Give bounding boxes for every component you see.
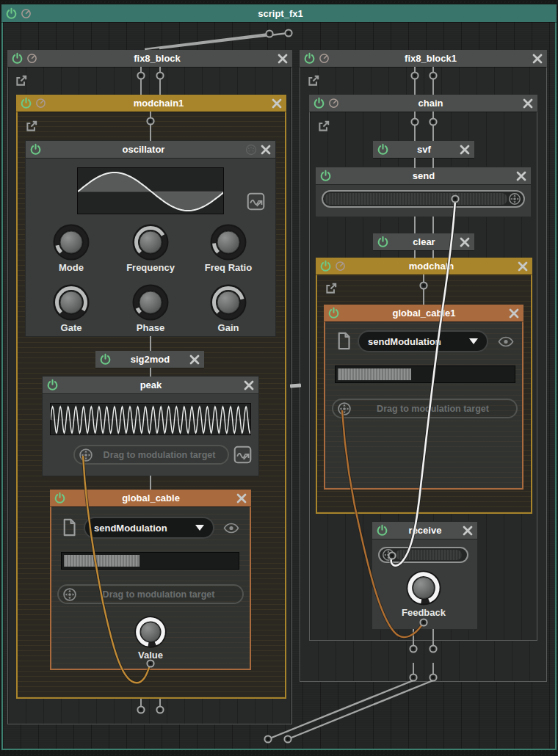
- bypass-icon[interactable]: [21, 8, 32, 19]
- close-icon[interactable]: [260, 144, 272, 156]
- knob-mode[interactable]: Mode: [38, 223, 104, 273]
- modchain-header[interactable]: modchain: [316, 258, 532, 275]
- open-in-window-icon[interactable]: [15, 74, 28, 87]
- document-icon[interactable]: [62, 518, 76, 537]
- clear-header[interactable]: clear: [373, 233, 474, 250]
- power-icon[interactable]: [11, 52, 23, 65]
- drag-modulation-source-icon[interactable]: [233, 446, 252, 464]
- knob-label: Frequency: [117, 262, 184, 273]
- peak-scope-display: [50, 403, 251, 435]
- bypass-icon[interactable]: [35, 98, 46, 109]
- global-cable1-drag-target[interactable]: Drag to modulation target: [332, 399, 518, 418]
- oscillator-header[interactable]: oscillator: [26, 141, 275, 158]
- fix8-block1-header[interactable]: fix8_block1: [300, 50, 547, 67]
- close-icon[interactable]: [532, 53, 543, 65]
- close-icon[interactable]: [515, 170, 527, 182]
- bypass-icon[interactable]: [26, 53, 37, 64]
- cable-connection-selector[interactable]: sendModulation: [358, 330, 488, 352]
- bypass-icon[interactable]: [328, 98, 339, 109]
- knob-feedback[interactable]: Feedback: [391, 570, 457, 618]
- close-icon[interactable]: [189, 354, 200, 366]
- cable-connection-selector[interactable]: sendModulation: [84, 517, 214, 539]
- knob-freq-ratio[interactable]: Freq Ratio: [195, 223, 261, 273]
- chevron-down-icon: [195, 525, 204, 531]
- eye-icon[interactable]: [498, 336, 514, 347]
- drag-modulation-source-icon[interactable]: [247, 192, 265, 211]
- sig2mod-header[interactable]: sig2mod: [95, 351, 204, 368]
- global-cable-header[interactable]: global_cable: [50, 490, 251, 506]
- canvas-handle[interactable]: [290, 383, 301, 388]
- power-icon[interactable]: [54, 492, 66, 504]
- svf-header[interactable]: svf: [373, 141, 474, 158]
- receive-slider[interactable]: [378, 547, 468, 563]
- peak-header[interactable]: peak: [43, 377, 258, 393]
- power-icon[interactable]: [377, 236, 389, 248]
- knob-label: Gate: [38, 322, 104, 333]
- node-title: sig2mod: [115, 354, 186, 365]
- close-icon[interactable]: [236, 493, 247, 504]
- node-title: modchain1: [49, 98, 268, 109]
- close-icon[interactable]: [459, 144, 471, 156]
- open-in-window-icon[interactable]: [317, 120, 330, 133]
- close-icon[interactable]: [462, 525, 474, 537]
- midi-icon[interactable]: [245, 144, 257, 156]
- knob-phase[interactable]: Phase: [117, 283, 184, 333]
- knob-frequency[interactable]: Frequency: [117, 223, 184, 273]
- knob-gate[interactable]: Gate: [38, 283, 104, 333]
- knob-label: Value: [117, 650, 184, 661]
- power-icon[interactable]: [313, 97, 325, 109]
- knob-gain[interactable]: Gain: [195, 283, 261, 333]
- send-target-icon[interactable]: [507, 192, 522, 206]
- node-title: svf: [392, 144, 456, 155]
- send-header[interactable]: send: [316, 167, 531, 184]
- close-icon[interactable]: [243, 379, 255, 391]
- power-icon[interactable]: [319, 260, 332, 272]
- page-title: script_fx1: [35, 8, 526, 19]
- close-icon[interactable]: [517, 261, 529, 272]
- receive-header[interactable]: receive: [372, 522, 477, 539]
- modulation-source-icon[interactable]: [336, 401, 352, 417]
- send-slider[interactable]: [322, 190, 525, 208]
- oscillator-waveform-display: [77, 167, 224, 214]
- modulation-source-icon[interactable]: [62, 586, 78, 603]
- close-icon[interactable]: [277, 53, 289, 65]
- power-icon[interactable]: [376, 524, 388, 537]
- chain-header[interactable]: chain: [309, 95, 537, 112]
- peak-drag-target[interactable]: Drag to modulation target: [73, 445, 229, 465]
- node-title: receive: [391, 525, 459, 536]
- close-icon[interactable]: [508, 308, 520, 319]
- document-icon[interactable]: [336, 332, 351, 350]
- fix8-block-header[interactable]: fix8_block: [7, 50, 292, 67]
- global-cable1-header[interactable]: global_cable1: [324, 305, 523, 321]
- modulation-source-icon[interactable]: [78, 447, 94, 463]
- power-icon[interactable]: [99, 353, 112, 366]
- power-icon[interactable]: [319, 170, 332, 182]
- open-in-window-icon[interactable]: [307, 74, 320, 87]
- node-title: global_cable1: [343, 308, 505, 319]
- power-icon[interactable]: [5, 7, 18, 20]
- power-icon[interactable]: [46, 379, 59, 391]
- script-fx1-header[interactable]: script_fx1: [1, 4, 557, 22]
- modchain1-header[interactable]: modchain1: [16, 95, 286, 112]
- power-icon[interactable]: [377, 143, 389, 156]
- bypass-icon[interactable]: [319, 53, 330, 64]
- receive-target-icon[interactable]: [381, 548, 396, 562]
- bypass-icon[interactable]: [335, 261, 346, 272]
- open-in-window-icon[interactable]: [325, 282, 338, 295]
- close-icon[interactable]: [522, 98, 534, 109]
- power-icon[interactable]: [327, 307, 340, 319]
- knob-label: Phase: [117, 322, 184, 333]
- power-icon[interactable]: [20, 97, 32, 109]
- eye-icon[interactable]: [223, 523, 239, 534]
- close-icon[interactable]: [271, 98, 283, 109]
- power-icon[interactable]: [29, 143, 42, 156]
- selected-connection: sendModulation: [368, 336, 465, 347]
- cable-value-bar: [61, 552, 239, 570]
- close-icon[interactable]: [459, 236, 471, 248]
- global-cable-drag-target[interactable]: Drag to modulation target: [57, 584, 244, 604]
- open-in-window-icon[interactable]: [25, 120, 38, 133]
- node-title: global_cable: [69, 493, 233, 504]
- knob-value[interactable]: Value: [117, 615, 184, 661]
- node-title: peak: [62, 379, 240, 390]
- power-icon[interactable]: [303, 52, 316, 65]
